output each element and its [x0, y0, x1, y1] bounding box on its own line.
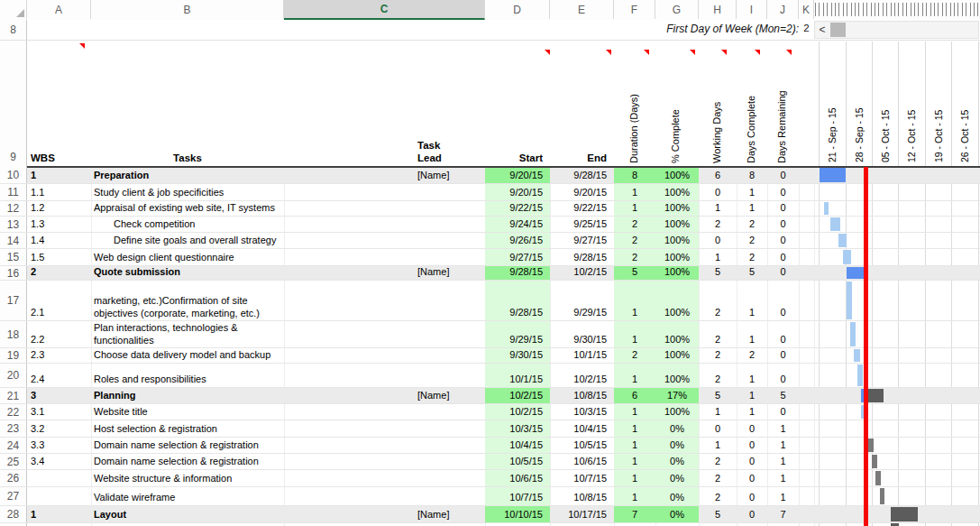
cell-A23[interactable]: 3.2 — [31, 422, 44, 435]
cell-A16[interactable]: 2 — [31, 265, 36, 278]
column-header-K[interactable]: K — [799, 0, 814, 19]
row-header-13[interactable]: 13 — [0, 217, 27, 232]
cell-G21[interactable]: 17% — [655, 389, 699, 401]
cell-J10[interactable]: 0 — [767, 169, 799, 181]
cell-G17[interactable]: 100% — [655, 306, 699, 318]
cell-H21[interactable]: 5 — [699, 389, 737, 401]
cell-I28[interactable]: 0 — [737, 508, 767, 521]
cell-A18[interactable]: 2.2 — [31, 333, 44, 346]
cell-A25[interactable]: 3.4 — [31, 455, 44, 467]
cell-E12[interactable]: 9/22/15 — [550, 201, 607, 214]
cell-H27[interactable]: 2 — [699, 491, 737, 503]
column-header-J[interactable]: J — [767, 0, 799, 19]
cell-A15[interactable]: 1.5 — [31, 251, 44, 263]
column-header-I[interactable]: I — [737, 0, 767, 19]
cell-H28[interactable]: 5 — [699, 508, 737, 521]
column-header-G[interactable]: G — [655, 0, 699, 19]
cell-J17[interactable]: 0 — [767, 306, 799, 318]
cell-B17[interactable]: marketing, etc.)Confirmation of site obj… — [94, 294, 260, 319]
cell-B26[interactable]: Website structure & information — [94, 472, 232, 484]
cell-D19[interactable]: 9/30/15 — [485, 348, 543, 361]
cell-F20[interactable]: 1 — [614, 373, 655, 385]
cell-F14[interactable]: 2 — [614, 234, 655, 246]
cell-A13[interactable]: 1.3 — [31, 217, 44, 230]
cell-I22[interactable]: 1 — [737, 405, 767, 418]
cell-E18[interactable]: 9/30/15 — [550, 333, 607, 346]
cell-H25[interactable]: 2 — [699, 455, 737, 467]
cell-B23[interactable]: Host selection & registration — [94, 422, 217, 435]
cell-D27[interactable]: 10/7/15 — [485, 491, 543, 503]
scroll-left-arrow-icon[interactable]: < — [815, 22, 829, 38]
cell-H12[interactable]: 1 — [699, 201, 737, 214]
rotated-header-0[interactable]: Duration (Days) — [628, 94, 639, 163]
cell-E21[interactable]: 10/8/15 — [550, 389, 607, 401]
rotated-header-2[interactable]: Working Days — [711, 102, 722, 163]
row-header-15[interactable]: 15 — [0, 249, 27, 265]
column-header-F[interactable]: F — [614, 0, 655, 19]
cell-G13[interactable]: 100% — [655, 217, 699, 230]
row-header-18[interactable]: 18 — [0, 321, 27, 347]
week-header-3[interactable]: 12 - Oct - 15 — [906, 110, 917, 162]
cell-A10[interactable]: 1 — [31, 169, 36, 181]
week-header-0[interactable]: 21 - Sep - 15 — [827, 107, 838, 162]
cell-D23[interactable]: 10/3/15 — [485, 422, 543, 435]
row-header-12[interactable]: 12 — [0, 201, 27, 216]
cell-A20[interactable]: 2.4 — [31, 373, 44, 385]
week-header-1[interactable]: 28 - Sep - 15 — [854, 107, 865, 162]
cell-I19[interactable]: 2 — [737, 348, 767, 361]
cell-H11[interactable]: 0 — [699, 186, 737, 198]
cell-D28[interactable]: 10/10/15 — [485, 508, 543, 521]
cell-I21[interactable]: 1 — [737, 389, 767, 401]
cell-A14[interactable]: 1.4 — [31, 234, 44, 246]
cell-J19[interactable]: 0 — [767, 348, 799, 361]
cell-A19[interactable]: 2.3 — [31, 348, 44, 361]
cell-G24[interactable]: 0% — [655, 438, 699, 451]
cell-H22[interactable]: 1 — [699, 405, 737, 418]
cell-D13[interactable]: 9/24/15 — [485, 217, 543, 230]
cell-E28[interactable]: 10/17/15 — [550, 508, 607, 521]
cell-F11[interactable]: 1 — [614, 186, 655, 198]
cell-C28[interactable]: [Name] — [417, 508, 449, 521]
cell-B19[interactable]: Choose data delivery model and backup — [94, 348, 270, 361]
first-day-of-week-value[interactable]: 2 — [799, 23, 814, 33]
wbs-header[interactable]: WBS — [31, 152, 55, 164]
cell-F17[interactable]: 1 — [614, 306, 655, 318]
cell-J26[interactable]: 1 — [767, 472, 799, 484]
cell-H15[interactable]: 1 — [699, 251, 737, 263]
cell-H13[interactable]: 2 — [699, 217, 737, 230]
cell-B16[interactable]: Quote submission — [94, 265, 180, 278]
cell-I14[interactable]: 2 — [737, 234, 767, 246]
row-header-28[interactable]: 28 — [0, 506, 27, 522]
cell-H19[interactable]: 2 — [699, 348, 737, 361]
cell-J22[interactable]: 0 — [767, 405, 799, 418]
cell-H16[interactable]: 5 — [699, 265, 737, 278]
cell-F27[interactable]: 1 — [614, 491, 655, 503]
column-header-D[interactable]: D — [485, 0, 550, 19]
cell-J21[interactable]: 5 — [767, 389, 799, 401]
cell-H17[interactable]: 2 — [699, 306, 737, 318]
cell-H20[interactable]: 2 — [699, 373, 737, 385]
cell-B28[interactable]: Layout — [94, 508, 126, 521]
cell-A11[interactable]: 1.1 — [31, 186, 44, 198]
cell-D14[interactable]: 9/26/15 — [485, 234, 543, 246]
cell-I15[interactable]: 2 — [737, 251, 767, 263]
cell-F12[interactable]: 1 — [614, 201, 655, 214]
cell-B24[interactable]: Domain name selection & registration — [94, 438, 259, 451]
cell-G18[interactable]: 100% — [655, 333, 699, 346]
cell-B18[interactable]: Plan interactions, technologies & functi… — [94, 321, 238, 346]
row-header-27[interactable]: 27 — [0, 487, 27, 505]
cell-I11[interactable]: 1 — [737, 186, 767, 198]
cell-E17[interactable]: 9/29/15 — [550, 306, 607, 318]
cell-G16[interactable]: 100% — [655, 265, 699, 278]
cell-J27[interactable]: 1 — [767, 491, 799, 503]
cell-E25[interactable]: 10/6/15 — [550, 455, 607, 467]
cell-E27[interactable]: 10/8/15 — [550, 491, 607, 503]
cell-G26[interactable]: 0% — [655, 472, 699, 484]
cell-D22[interactable]: 10/2/15 — [485, 405, 543, 418]
cell-F26[interactable]: 1 — [614, 472, 655, 484]
cell-H10[interactable]: 6 — [699, 169, 737, 181]
cell-D16[interactable]: 9/28/15 — [485, 265, 543, 278]
start-header[interactable]: Start — [485, 152, 543, 164]
cell-E23[interactable]: 10/4/15 — [550, 422, 607, 435]
cell-B13[interactable]: Check competition — [114, 217, 196, 230]
